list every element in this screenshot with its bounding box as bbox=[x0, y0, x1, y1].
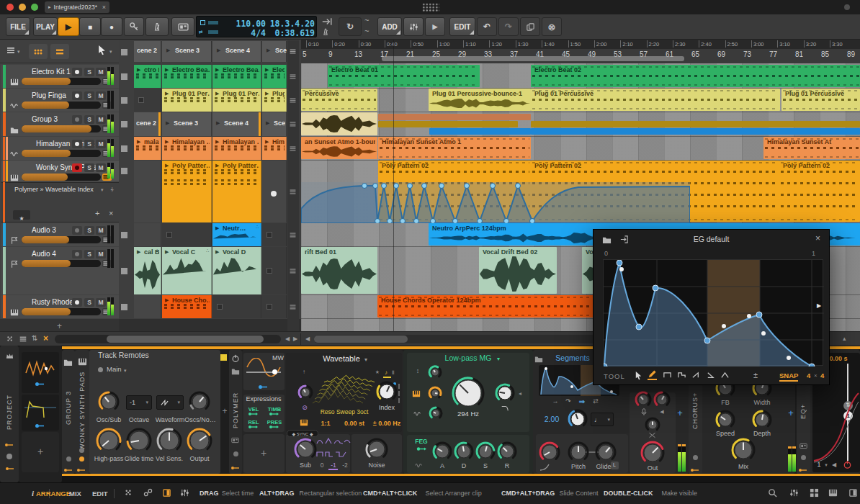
device-knob[interactable] bbox=[497, 441, 517, 462]
tempo-value[interactable]: 110.00 bbox=[224, 19, 266, 29]
info-icon[interactable]: i bbox=[32, 489, 34, 498]
follow-playhead-button[interactable]: ▶ bbox=[425, 17, 445, 36]
grid-icon[interactable] bbox=[810, 488, 819, 498]
eg-range-icon[interactable]: ± bbox=[753, 371, 758, 379]
arranger-clip[interactable]: Vocal Drift Bed 02 bbox=[479, 247, 557, 294]
device-knob[interactable] bbox=[539, 441, 560, 463]
project-module-thumb-env[interactable] bbox=[24, 399, 56, 419]
wt-keytrack-icon[interactable] bbox=[300, 418, 308, 427]
arranger-timeline-ruler[interactable]: 0:100:200:300:400:501:001:101:201:301:40… bbox=[301, 40, 860, 63]
eg-pointer-tool[interactable] bbox=[634, 371, 643, 380]
arm-button[interactable] bbox=[72, 163, 82, 172]
launcher-h-scrollbar-thumb[interactable] bbox=[107, 336, 264, 343]
project-tab[interactable]: ▸ Integrated2023* × bbox=[45, 1, 109, 13]
launcher-grid-view-button[interactable] bbox=[29, 44, 48, 59]
panel-icon[interactable] bbox=[848, 488, 858, 498]
launcher-clip[interactable]: ▶House Cho… bbox=[162, 295, 212, 318]
mute-button[interactable]: M bbox=[96, 163, 106, 172]
arranger-clip[interactable]: Plug 01 Percussive bbox=[531, 89, 780, 111]
clip-stop-button[interactable] bbox=[121, 121, 127, 127]
device-knob[interactable] bbox=[429, 406, 443, 420]
arm-button[interactable] bbox=[72, 226, 82, 235]
pin-icon[interactable]: ⍭ bbox=[110, 186, 114, 194]
scene-header-5[interactable]: ▶Sce bbox=[262, 41, 287, 62]
eg-triangle-tool[interactable] bbox=[720, 371, 730, 380]
launcher-clip[interactable]: ▶Vocal D bbox=[212, 247, 261, 294]
device-knob[interactable] bbox=[715, 410, 735, 430]
scene-header-2[interactable]: cene 2 bbox=[134, 41, 161, 62]
launcher-clip[interactable]: ▶Elec bbox=[262, 65, 287, 88]
launcher-clip[interactable]: ▶Vocal C∴ bbox=[162, 247, 212, 294]
device-knob[interactable] bbox=[432, 441, 452, 462]
loop-button[interactable]: ↻ bbox=[339, 17, 362, 36]
launcher-clip[interactable]: ▶Electro Bea… bbox=[162, 65, 212, 88]
mixer-icon[interactable] bbox=[789, 488, 799, 498]
arm-button[interactable] bbox=[72, 140, 82, 148]
panel-up-arrow[interactable]: ▴ bbox=[843, 335, 846, 342]
link-icon[interactable] bbox=[143, 488, 153, 498]
clip-stop-button[interactable] bbox=[121, 304, 127, 310]
arm-button[interactable] bbox=[72, 250, 82, 258]
automation-add-button[interactable]: + bbox=[95, 209, 99, 217]
device-knob[interactable] bbox=[365, 438, 388, 461]
arm-button[interactable] bbox=[72, 68, 82, 76]
arranger-clip[interactable]: Poly Pattern 02 bbox=[779, 161, 860, 222]
scene-row-menu-icon[interactable] bbox=[289, 303, 297, 311]
solo-button[interactable]: S bbox=[84, 91, 94, 100]
waveform-select[interactable]: ▾ bbox=[156, 395, 184, 410]
stop-all-clips-button[interactable] bbox=[121, 49, 127, 55]
launcher-scene-cell[interactable]: ▶Scene 3 bbox=[162, 112, 212, 136]
piano-icon[interactable] bbox=[828, 488, 838, 498]
device-knob[interactable] bbox=[635, 391, 652, 408]
scene-row-menu-icon[interactable] bbox=[289, 120, 297, 128]
device-knob[interactable] bbox=[731, 438, 756, 462]
track-name[interactable]: Audio 4 bbox=[32, 250, 56, 258]
launcher-clip[interactable]: ▶Himalayan … bbox=[212, 137, 261, 160]
footer-close-icon[interactable]: × bbox=[43, 333, 48, 343]
device-knob[interactable] bbox=[189, 391, 210, 413]
device-knob[interactable] bbox=[96, 428, 122, 454]
eg-square-tool[interactable] bbox=[663, 371, 672, 380]
play-button[interactable]: ▶ bbox=[58, 17, 79, 36]
arranger-clip[interactable] bbox=[378, 114, 531, 120]
clip-stop-button[interactable] bbox=[121, 232, 127, 238]
track-list-menu-button[interactable] bbox=[6, 45, 16, 55]
launcher-slot-empty[interactable] bbox=[162, 223, 212, 246]
record-button[interactable]: ● bbox=[101, 17, 122, 36]
scene-header-4[interactable]: ▶Scene 4 bbox=[212, 41, 261, 62]
launcher-clip[interactable]: ▶ctro Bea… bbox=[134, 65, 161, 88]
panel-toggle-icon[interactable] bbox=[162, 488, 171, 498]
launcher-slot-empty[interactable] bbox=[262, 223, 287, 246]
launcher-clip[interactable]: ▶Neutr…∴ bbox=[212, 223, 261, 246]
eq-display-icon[interactable] bbox=[799, 442, 807, 450]
scroll-right-arrow[interactable]: ▶ bbox=[293, 336, 297, 342]
arm-button[interactable] bbox=[72, 298, 82, 307]
duplicate-button[interactable] bbox=[520, 17, 540, 36]
solo-button[interactable]: S bbox=[84, 250, 94, 258]
launcher-clip[interactable]: ▶Plug 01 Per… bbox=[162, 89, 212, 112]
clip-stop-button[interactable] bbox=[121, 97, 127, 104]
launcher-clip[interactable]: ▶malayan … bbox=[134, 137, 161, 160]
punch-icons[interactable] bbox=[321, 17, 336, 37]
device-knob[interactable] bbox=[640, 441, 665, 465]
device-knob[interactable] bbox=[495, 383, 515, 403]
device-knob[interactable] bbox=[595, 441, 617, 463]
launcher-clip[interactable]: ▶Electro Bea… bbox=[212, 65, 261, 88]
transport-display[interactable]: ⇄ 110.00 4/4 18.3.4.20 0:38.619 bbox=[196, 16, 317, 37]
song-position-time[interactable]: 0:38.619 bbox=[267, 28, 315, 38]
eg-snap-label[interactable]: SNAP bbox=[779, 372, 798, 382]
automation-overlay[interactable] bbox=[301, 182, 690, 223]
scene-row-menu-icon[interactable] bbox=[289, 145, 297, 153]
track-name[interactable]: Rusty Rhodes bbox=[32, 298, 77, 306]
pointer-tool-button[interactable] bbox=[97, 45, 107, 55]
mw-slider-handle[interactable] bbox=[272, 369, 277, 374]
project-module-thumb-osc[interactable] bbox=[24, 357, 56, 379]
time-signature-value[interactable]: 4/4 bbox=[224, 28, 266, 38]
eg-grid-x[interactable]: 4 bbox=[807, 372, 810, 379]
eg-window-titlebar[interactable]: EG default × bbox=[594, 230, 829, 250]
device-knob[interactable] bbox=[428, 386, 442, 400]
add-track-row[interactable]: + bbox=[0, 319, 119, 331]
launcher-lanes-view-button[interactable] bbox=[50, 44, 69, 59]
piano-layout-button[interactable] bbox=[403, 17, 424, 36]
mute-button[interactable]: M bbox=[96, 140, 106, 148]
